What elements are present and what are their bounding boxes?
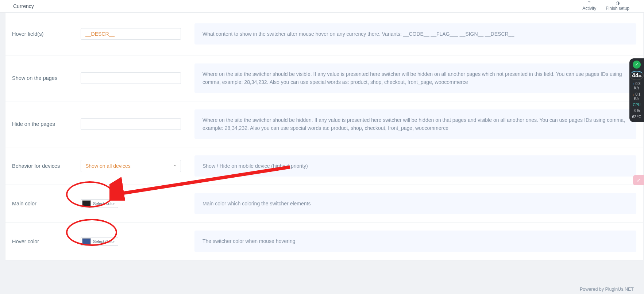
show-pages-desc: Where on the site the switcher should be… — [194, 63, 636, 93]
sysmon-cpu-label: CPU — [630, 103, 643, 107]
hover-fields-label: Hover field(s) — [12, 31, 73, 37]
contrast-icon — [615, 1, 621, 5]
row-main-color: Main color Select Color Main color which… — [5, 185, 643, 222]
hover-fields-desc: What content to show in the switcher aft… — [194, 23, 636, 45]
hover-color-swatch — [82, 238, 91, 245]
sysmon-pct: 44% — [632, 72, 641, 79]
main-color-picker[interactable]: Select Color — [81, 199, 118, 208]
side-badge[interactable]: ⤢ — [633, 175, 644, 185]
main-color-desc: Main color which coloring the switcher e… — [194, 193, 636, 214]
topbar: Currency Activity Finish setup — [0, 0, 644, 12]
hover-color-label: Hover color — [12, 239, 73, 244]
behavior-desc: Show / Hide on mobile device (highest pr… — [194, 155, 636, 177]
row-behavior: Behavior for devices Show on all devices… — [5, 147, 643, 185]
activity-label: Activity — [582, 6, 596, 11]
shield-check-icon: ✓ — [633, 61, 641, 69]
behavior-select-value: Show on all devices — [85, 163, 131, 169]
sysmon-download: ↓ 0.1K/s — [630, 92, 643, 101]
behavior-label: Behavior for devices — [12, 163, 73, 169]
sysmon-temp: 62 °C — [630, 115, 643, 119]
show-pages-input[interactable] — [81, 72, 181, 84]
hide-pages-input[interactable] — [81, 118, 181, 130]
hover-color-picker[interactable]: Select Color — [81, 237, 118, 246]
activity-button[interactable]: Activity — [582, 1, 596, 11]
main-color-swatch — [82, 200, 91, 207]
finish-setup-button[interactable]: Finish setup — [606, 1, 629, 11]
sysmon-cpu-val: 3 % — [630, 109, 643, 113]
behavior-select[interactable]: Show on all devices — [81, 160, 181, 172]
flag-icon — [586, 1, 592, 5]
sysmon-upload: ↑ 0.3K/s — [630, 82, 643, 90]
main-color-button-label: Select Color — [93, 201, 115, 206]
row-hover-color: Hover color Select Color The switcher co… — [5, 222, 643, 260]
hide-pages-desc: Where on the site the switcher should be… — [194, 109, 636, 139]
footer-credit: Powered by PluginUs.NET — [580, 287, 634, 292]
row-show-pages: Show on the pages Where on the site the … — [5, 55, 643, 101]
row-hover-fields: Hover field(s) What content to show in t… — [5, 13, 643, 55]
show-pages-label: Show on the pages — [12, 75, 73, 81]
hover-fields-input[interactable] — [81, 28, 181, 40]
topbar-actions: Activity Finish setup — [582, 1, 629, 11]
row-hide-pages: Hide on the pages Where on the site the … — [5, 101, 643, 147]
hide-pages-label: Hide on the pages — [12, 121, 73, 127]
page-title: Currency — [13, 3, 34, 9]
hover-color-button-label: Select Color — [93, 239, 115, 244]
hover-color-desc: The switcher color when mouse hovering — [194, 231, 636, 252]
system-monitor: ✓ 44% ↑ 0.3K/s ↓ 0.1K/s CPU 3 % 62 °C — [629, 58, 644, 122]
main-color-label: Main color — [12, 201, 73, 206]
settings-panel: Hover field(s) What content to show in t… — [5, 12, 643, 260]
finish-setup-label: Finish setup — [606, 6, 629, 11]
